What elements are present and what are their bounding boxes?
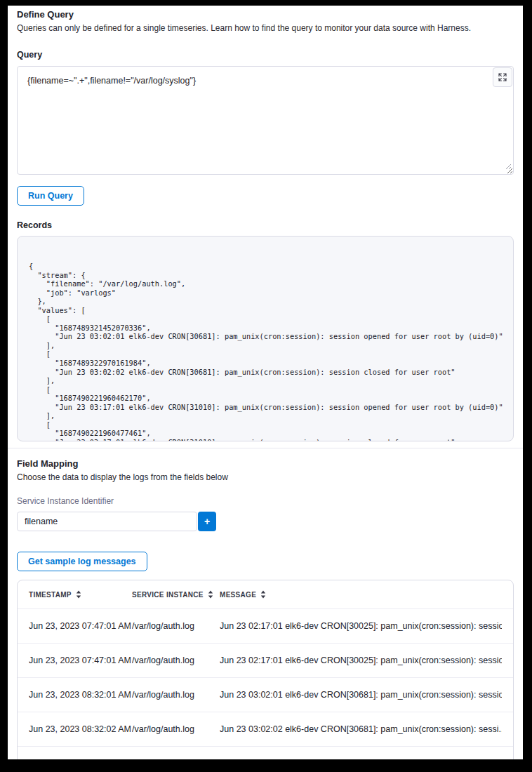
timestamp-cell: Jun 23, 2023 08:32:02 AM bbox=[29, 724, 132, 734]
service-instance-input-row: + bbox=[17, 512, 514, 531]
sort-icon bbox=[208, 590, 213, 599]
records-json-output: { "stream": { "filename": "/var/log/auth… bbox=[29, 262, 502, 441]
sort-message-button[interactable] bbox=[260, 590, 266, 599]
column-header-label: MESSAGE bbox=[220, 591, 256, 599]
query-label: Query bbox=[17, 50, 514, 60]
column-header-message: MESSAGE bbox=[220, 590, 502, 599]
table-header-row: TIMESTAMP SERVICE INSTANCE bbox=[18, 580, 513, 608]
timestamp-cell: Jun 23, 2023 07:47:01 AM bbox=[29, 655, 132, 665]
sort-icon bbox=[260, 590, 266, 599]
timestamp-cell: Jun 23, 2023 08:47:01 AM bbox=[29, 759, 132, 759]
timestamp-cell: Jun 23, 2023 07:47:01 AM bbox=[29, 621, 132, 631]
field-mapping-description: Choose the data to display the logs from… bbox=[17, 472, 514, 482]
get-sample-log-messages-button[interactable]: Get sample log messages bbox=[17, 552, 147, 571]
add-field-button[interactable]: + bbox=[198, 512, 216, 531]
query-editor-container: {filename=~".+",filename!="/var/log/sysl… bbox=[17, 66, 514, 175]
service-instance-identifier-label: Service Instance Identifier bbox=[17, 496, 514, 506]
message-cell: Jun 23 02:17:01 elk6-dev CRON[30025]: pa… bbox=[220, 655, 502, 665]
define-query-section: Define Query Queries can only be defined… bbox=[8, 9, 523, 441]
expand-query-button[interactable] bbox=[493, 67, 512, 87]
table-row[interactable]: Jun 23, 2023 08:32:01 AM /var/log/auth.l… bbox=[18, 677, 513, 712]
service-instance-cell: /var/log/auth.log bbox=[132, 690, 220, 700]
table-row[interactable]: Jun 23, 2023 07:47:01 AM /var/log/auth.l… bbox=[18, 608, 513, 643]
message-cell: Jun 23 03:02:02 elk6-dev CRON[30681]: pa… bbox=[220, 724, 502, 734]
sample-logs-table: TIMESTAMP SERVICE INSTANCE bbox=[17, 580, 514, 759]
sort-icon bbox=[76, 590, 81, 599]
fullscreen-expand-icon bbox=[498, 72, 507, 82]
service-instance-cell: /var/log/auth.log bbox=[132, 621, 220, 631]
column-header-label: SERVICE INSTANCE bbox=[132, 591, 204, 599]
sort-timestamp-button[interactable] bbox=[76, 590, 81, 599]
table-row[interactable]: Jun 23, 2023 08:47:01 AM /var/log/auth.l… bbox=[18, 746, 513, 759]
run-query-button[interactable]: Run Query bbox=[17, 186, 84, 206]
records-label: Records bbox=[17, 220, 514, 230]
page-title: Define Query bbox=[17, 9, 514, 20]
message-cell: Jun 23 03:17:01 elk6-dev CRON[31010]: pa… bbox=[220, 759, 502, 759]
service-instance-cell: /var/log/auth.log bbox=[132, 724, 220, 734]
message-cell: Jun 23 02:17:01 elk6-dev CRON[30025]: pa… bbox=[220, 621, 502, 631]
timestamp-cell: Jun 23, 2023 08:32:01 AM bbox=[29, 690, 132, 700]
message-cell: Jun 23 03:02:01 elk6-dev CRON[30681]: pa… bbox=[220, 690, 502, 700]
service-instance-input[interactable] bbox=[17, 512, 197, 531]
sort-service-instance-button[interactable] bbox=[208, 590, 213, 599]
service-instance-cell: /var/log/auth.log bbox=[132, 655, 220, 665]
records-panel[interactable]: { "stream": { "filename": "/var/log/auth… bbox=[17, 236, 514, 441]
section-divider bbox=[8, 448, 523, 448]
define-query-page: Define Query Queries can only be defined… bbox=[8, 6, 523, 759]
field-mapping-section: Field Mapping Choose the data to display… bbox=[8, 458, 523, 759]
column-header-timestamp: TIMESTAMP bbox=[29, 590, 132, 599]
query-input[interactable]: {filename=~".+",filename!="/var/log/sysl… bbox=[17, 66, 514, 175]
column-header-label: TIMESTAMP bbox=[29, 591, 72, 599]
column-header-service-instance: SERVICE INSTANCE bbox=[132, 590, 220, 599]
table-row[interactable]: Jun 23, 2023 07:47:01 AM /var/log/auth.l… bbox=[18, 643, 513, 677]
page-description: Queries can only be defined for a single… bbox=[17, 23, 514, 33]
table-row[interactable]: Jun 23, 2023 08:32:02 AM /var/log/auth.l… bbox=[18, 712, 513, 746]
field-mapping-title: Field Mapping bbox=[17, 458, 514, 469]
service-instance-cell: /var/log/auth.log bbox=[132, 759, 220, 759]
